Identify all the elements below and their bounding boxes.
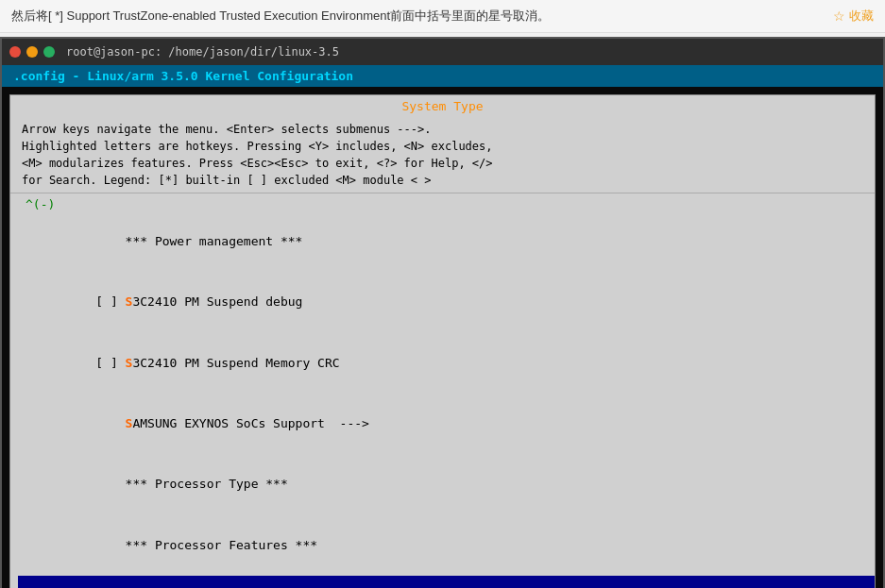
bookmark-button[interactable]: ☆ 收藏 [833,8,874,25]
menu-list[interactable]: ^(-) *** Power management *** [ ] S3C241… [10,193,875,588]
maximize-button[interactable] [43,46,55,58]
list-item[interactable]: SAMSUNG EXYNOS SoCs Support ---> [18,394,875,454]
instruction-text: 然后将[ *] Support TrustZone-enabled Truste… [11,8,550,25]
instruction-line-4: for Search. Legend: [*] built-in [ ] exc… [22,172,863,189]
close-button[interactable] [9,46,21,58]
hotkey-s: S [126,294,133,309]
list-item-trustzone[interactable]: [*] Support TrustZone-enabled Trusted Ex… [18,576,875,588]
list-item[interactable]: *** Processor Type *** [18,455,875,515]
title-bar: root@jason-pc: /home/jason/dir/linux-3.5 [2,39,883,65]
instruction-line-2: Highlighted letters are hotkeys. Pressin… [22,138,863,155]
top-arrow: ^(-) [18,197,875,211]
terminal-content: .config - Linux/arm 3.5.0 Kernel Configu… [2,65,883,588]
terminal-title: root@jason-pc: /home/jason/dir/linux-3.5 [66,45,339,59]
menu-instructions: Arrow keys navigate the menu. <Enter> se… [10,117,875,193]
hotkey-s: S [126,356,133,370]
instruction-bar: 然后将[ *] Support TrustZone-enabled Truste… [0,0,885,33]
minimize-button[interactable] [26,46,38,58]
terminal-window: root@jason-pc: /home/jason/dir/linux-3.5… [0,37,885,588]
list-item[interactable]: *** Processor Features *** [18,515,875,576]
config-header: .config - Linux/arm 3.5.0 Kernel Configu… [2,65,883,87]
list-item[interactable]: [ ] S3C2410 PM Suspend debug [18,272,875,332]
star-icon: ☆ [833,8,845,24]
menu-title: System Type [10,95,875,117]
menu-area: System Type Arrow keys navigate the menu… [9,94,876,588]
bookmark-label: 收藏 [849,8,874,25]
list-item[interactable]: *** Power management *** [18,211,875,272]
instruction-line-1: Arrow keys navigate the menu. <Enter> se… [22,121,863,138]
instruction-line-3: <M> modularizes features. Press <Esc><Es… [22,155,863,172]
hotkey-s: S [126,416,133,430]
list-item[interactable]: [ ] S3C2410 PM Suspend Memory CRC [18,333,875,394]
